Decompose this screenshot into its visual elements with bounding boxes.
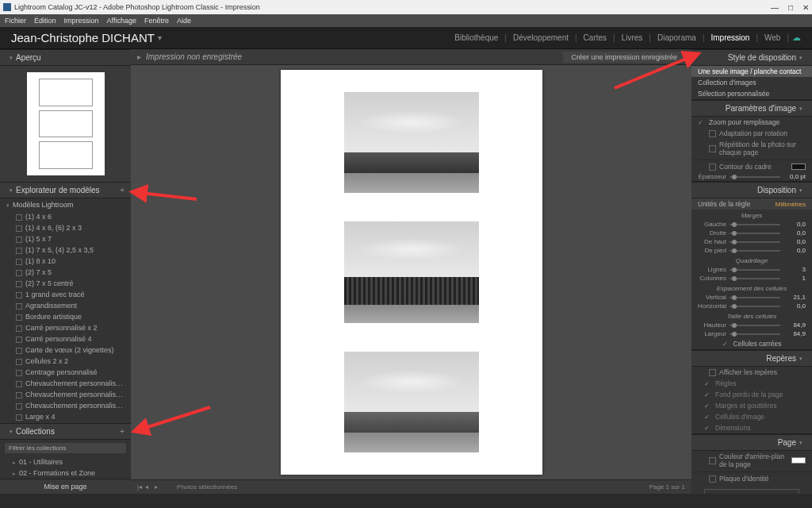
first-page-icon[interactable]: |◂ bbox=[137, 483, 142, 491]
menu-print[interactable]: Impression bbox=[64, 17, 99, 25]
minimize-icon[interactable]: — bbox=[771, 3, 779, 12]
collection-item[interactable]: 02 - Formations et Zone bbox=[0, 468, 131, 479]
menu-file[interactable]: Fichier bbox=[5, 17, 26, 25]
identity-plate[interactable]: Jean-Christophe DICHANT bbox=[11, 31, 155, 44]
template-item[interactable]: (2) 7 x 5 centré bbox=[0, 278, 131, 289]
photo-cell[interactable] bbox=[344, 92, 479, 193]
page-setup-button[interactable]: Mise en page bbox=[0, 479, 131, 494]
guide-option[interactable]: Règles bbox=[698, 378, 812, 389]
close-icon[interactable]: ✕ bbox=[802, 3, 809, 12]
collections-header[interactable]: ▾Collections+ bbox=[0, 423, 131, 440]
module-picker: Bibliothèque| Développement| Cartes| Liv… bbox=[451, 33, 801, 43]
template-item[interactable]: (1) 7 x 5, (4) 2,5 x 3,5 bbox=[0, 244, 131, 256]
page-panel-header[interactable]: Page▾ bbox=[691, 434, 812, 451]
prev-page-icon[interactable]: ◂ bbox=[145, 483, 148, 491]
module-map[interactable]: Cartes bbox=[580, 33, 610, 42]
identity-plate-checkbox[interactable]: Plaque d'identité bbox=[691, 471, 812, 484]
center-area: ▸ Impression non enregistrée Créer une i… bbox=[131, 49, 691, 494]
template-item[interactable]: Chevauchement personnalisé x 3 bbox=[0, 378, 131, 389]
template-item[interactable]: Chevauchement personnalisé x 3 Contour bbox=[0, 389, 131, 400]
add-template-icon[interactable]: + bbox=[120, 186, 124, 194]
template-item[interactable]: (1) 4 x 6 bbox=[0, 211, 131, 222]
grid-slider[interactable] bbox=[730, 278, 780, 279]
use-selected-label[interactable]: Photos sélectionnées bbox=[177, 483, 237, 491]
margin-slider[interactable] bbox=[730, 224, 780, 225]
template-item[interactable]: 1 grand avec tracé bbox=[0, 289, 131, 300]
template-item[interactable]: (2) 7 x 5 bbox=[0, 267, 131, 278]
template-item[interactable]: Carte de vœux (2 vignettes) bbox=[0, 344, 131, 356]
module-slideshow[interactable]: Diaporama bbox=[654, 33, 699, 42]
menu-help[interactable]: Aide bbox=[177, 17, 191, 25]
cell-spacing-label: Espacement des cellules bbox=[691, 283, 812, 293]
margin-slider[interactable] bbox=[730, 241, 780, 243]
module-library[interactable]: Bibliothèque bbox=[451, 33, 501, 42]
guide-option[interactable]: Cellules d'image bbox=[698, 411, 812, 422]
create-saved-print-button[interactable]: Créer une impression enregistrée bbox=[563, 52, 685, 63]
identity-bar: Jean-Christophe DICHANT ▾ Bibliothèque| … bbox=[0, 27, 812, 49]
layout-header[interactable]: Disposition▾ bbox=[691, 182, 812, 198]
template-item[interactable]: Cellules 2 x 2 bbox=[0, 356, 131, 367]
stroke-width-slider[interactable] bbox=[730, 176, 780, 178]
cellsize-slider[interactable] bbox=[730, 325, 780, 326]
module-web[interactable]: Web bbox=[761, 33, 783, 42]
template-item[interactable]: Carré personnalisé 4 bbox=[0, 333, 131, 344]
stroke-color-swatch[interactable] bbox=[791, 164, 806, 170]
template-item[interactable]: (1) 5 x 7 bbox=[0, 233, 131, 244]
grid-label: Quadrillage bbox=[691, 255, 812, 265]
module-develop[interactable]: Développement bbox=[510, 33, 572, 42]
module-book[interactable]: Livres bbox=[619, 33, 646, 42]
guide-option[interactable]: Dimensions bbox=[698, 422, 812, 433]
toggle-info-icon[interactable]: ▸ bbox=[137, 52, 141, 61]
keep-square-checkbox[interactable]: Cellules carrées bbox=[691, 338, 812, 349]
template-browser-header[interactable]: ▾Explorateur de modèles+ bbox=[0, 182, 131, 198]
stroke-border-checkbox[interactable]: Contour du cadre bbox=[691, 160, 812, 172]
template-item[interactable]: (1) 4 x 6, (6) 2 x 3 bbox=[0, 222, 131, 233]
spacing-slider[interactable] bbox=[730, 297, 780, 298]
show-guides-checkbox[interactable]: Afficher les repères bbox=[691, 367, 812, 378]
template-item[interactable]: (1) 8 x 10 bbox=[0, 256, 131, 267]
template-item[interactable]: Carré personnalisé x 2 bbox=[0, 322, 131, 333]
next-page-icon[interactable]: ▸ bbox=[155, 483, 158, 491]
template-item[interactable]: Chevauchement personnalisé x 3 Paysage bbox=[0, 400, 131, 411]
template-item[interactable]: Bordure artistique bbox=[0, 311, 131, 322]
maximize-icon[interactable]: □ bbox=[788, 3, 793, 12]
ruler-units-label: Unités de la règle bbox=[698, 200, 772, 208]
guide-option[interactable]: Fond perdu de la page bbox=[698, 389, 812, 400]
cellsize-slider[interactable] bbox=[730, 333, 780, 335]
spacing-slider[interactable] bbox=[730, 306, 780, 307]
template-item[interactable]: Centrage personnalisé bbox=[0, 367, 131, 378]
guides-header[interactable]: Repères▾ bbox=[691, 350, 812, 367]
margin-slider[interactable] bbox=[730, 250, 780, 252]
print-canvas[interactable] bbox=[131, 65, 691, 479]
preview-header[interactable]: ▾Aperçu bbox=[0, 49, 131, 66]
ruler-units-dropdown[interactable]: Millimètres bbox=[776, 201, 806, 208]
image-settings-header[interactable]: Paramètres d'image▾ bbox=[691, 100, 812, 117]
margin-slider[interactable] bbox=[730, 233, 780, 234]
layout-style-picture-package[interactable]: Collection d'images bbox=[691, 77, 812, 88]
module-print[interactable]: Impression bbox=[707, 33, 753, 42]
rotate-to-fit-checkbox[interactable]: Adaptation par rotation bbox=[691, 128, 812, 139]
identity-dropdown-icon[interactable]: ▾ bbox=[158, 33, 162, 42]
filter-collections-input[interactable]: Filtrer les collections bbox=[5, 443, 126, 453]
cloud-sync-icon[interactable]: ☁ bbox=[792, 33, 801, 43]
zoom-to-fill-checkbox[interactable]: Zoom pour remplissage bbox=[691, 117, 812, 128]
repeat-one-photo-checkbox[interactable]: Répétition de la photo sur chaque page bbox=[691, 139, 812, 158]
page-bg-color-checkbox[interactable]: Couleur d'arrière-plan de la page bbox=[691, 451, 812, 470]
photo-cell[interactable] bbox=[344, 221, 479, 322]
photo-cell[interactable] bbox=[344, 352, 479, 452]
collection-item[interactable]: 01 - Utilitaires bbox=[0, 456, 131, 468]
menu-view[interactable]: Affichage bbox=[107, 17, 136, 25]
grid-slider[interactable] bbox=[730, 269, 780, 271]
menu-edit[interactable]: Édition bbox=[34, 17, 56, 25]
layout-style-custom[interactable]: Sélection personnalisée bbox=[691, 88, 812, 99]
template-item[interactable]: Large x 4 bbox=[0, 411, 131, 422]
template-item[interactable]: Agrandissement bbox=[0, 300, 131, 311]
guide-option[interactable]: Marges et gouttières bbox=[698, 400, 812, 411]
layout-style-single[interactable]: Une seule image / planche contact bbox=[691, 66, 812, 77]
template-group-lightroom[interactable]: Modèles Lightroom bbox=[0, 198, 131, 211]
page-bg-color-swatch[interactable] bbox=[791, 457, 806, 464]
add-collection-icon[interactable]: + bbox=[120, 427, 124, 436]
menu-window[interactable]: Fenêtre bbox=[144, 17, 169, 25]
identity-plate-preview[interactable]: Jean-Christophe DICHANT bbox=[704, 489, 799, 494]
layout-style-header[interactable]: Style de disposition▾ bbox=[691, 49, 812, 66]
